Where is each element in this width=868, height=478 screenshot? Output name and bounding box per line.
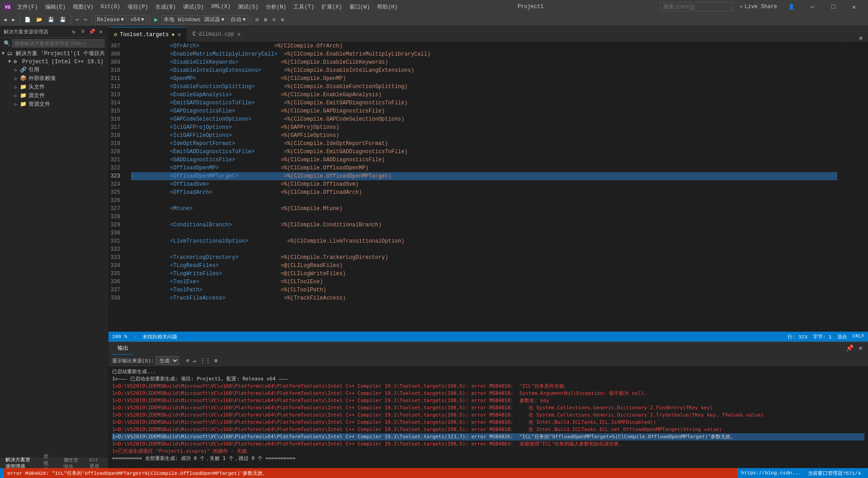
- tree-references[interactable]: ▷ 🔗 引用: [0, 66, 108, 74]
- status-link[interactable]: https://blog.csdn...: [737, 468, 804, 478]
- toolbar-misc-3[interactable]: ≡: [271, 16, 278, 23]
- sidebar-tab-classview[interactable]: 类视图: [38, 452, 58, 468]
- code-line-324: <OffloadSvm> =%(ClCompile.OffloadSvm): [131, 180, 837, 188]
- code-line-325: <OffloadArch> =%(ClCompile.OffloadArch): [131, 188, 837, 197]
- code-line-326: [131, 197, 837, 205]
- panel-close-icon[interactable]: ✕: [857, 343, 864, 353]
- save-button[interactable]: 💾: [46, 16, 56, 23]
- code-text-308: <EnableMatrixMultiplyLibraryCall> =%(ClC…: [137, 50, 430, 58]
- output-clear-icon[interactable]: ⊘: [184, 356, 190, 365]
- tree-project[interactable]: ▼ ⚙ Project1 (Intel C++ 19.1): [0, 58, 108, 66]
- toolbar-misc-4[interactable]: ⚙: [279, 16, 286, 23]
- tab-dllmain-close[interactable]: ✕: [237, 31, 241, 37]
- code-line-307: <OfrArch> =%(ClCompile.OfrArch): [131, 42, 837, 50]
- minimize-button[interactable]: —: [802, 0, 823, 14]
- code-content[interactable]: <OfrArch> =%(ClCompile.OfrArch) <EnableM…: [127, 42, 841, 332]
- run-mode-dropdown[interactable]: 自动 ▼: [228, 15, 248, 24]
- redo-button[interactable]: ↪: [82, 16, 89, 23]
- output-source-select[interactable]: 生成: [156, 356, 179, 365]
- close-button[interactable]: ✕: [844, 0, 864, 14]
- tree-resources[interactable]: ▷ 📁 资源文件: [0, 100, 108, 108]
- output-settings-icon[interactable]: ⚙: [213, 356, 219, 365]
- code-line-338: <TrackFileAccess> =%(TrackFileAccess): [131, 294, 837, 302]
- tree-external-deps[interactable]: ▷ 📦 外部依赖项: [0, 74, 108, 83]
- menu-edit[interactable]: 编辑(E): [42, 2, 70, 12]
- run-button[interactable]: ▶: [152, 15, 160, 24]
- line-number-320: 320: [108, 148, 124, 156]
- live-share-button[interactable]: ⚡ Live Share: [736, 3, 781, 11]
- menu-file[interactable]: 文件(F): [14, 2, 42, 12]
- global-search-input[interactable]: [660, 2, 732, 11]
- fold-icon-338: [131, 294, 137, 302]
- menu-test[interactable]: 测试(S): [234, 2, 262, 12]
- menu-view[interactable]: 视图(V): [69, 2, 97, 12]
- menu-window[interactable]: 窗口(W): [346, 2, 374, 12]
- platform-dropdown[interactable]: x64 ▼: [128, 15, 146, 24]
- tab-dllmain[interactable]: C dllmain.cpp ✕: [187, 27, 247, 42]
- panel-tab-output[interactable]: 输出: [112, 342, 134, 355]
- sidebar-close-icon[interactable]: ✕: [97, 28, 104, 35]
- code-text-333: <TrackerLogDirectory> =%(ClCompile.Track…: [137, 253, 388, 262]
- sidebar-title-icons: ↻ ≡ 📌 ✕: [70, 28, 104, 35]
- filter-icon[interactable]: ≡: [79, 28, 86, 35]
- sync-icon[interactable]: ↻: [70, 28, 77, 35]
- code-line-329: <ConditionalBranch> =%(ClCompile.Conditi…: [131, 221, 837, 229]
- undo-button[interactable]: ↩: [74, 16, 80, 23]
- line-number-319: 319: [108, 140, 124, 148]
- menu-help[interactable]: 帮助(H): [373, 2, 401, 12]
- tab-toolset-close[interactable]: ✕: [177, 32, 181, 38]
- editor-settings-icon[interactable]: ⚙: [857, 34, 864, 42]
- solution-tree: ▼ 🗂 解决方案 'Project1'(1 个项目共 1 个) ▼ ⚙ Proj…: [0, 49, 108, 458]
- toolbar-sep-2: [71, 16, 71, 24]
- sidebar-tab-solution[interactable]: 解决方案资源管理器: [0, 455, 38, 468]
- menu-git[interactable]: Git(G): [97, 3, 124, 11]
- code-text-334: <TLogReadFiles> =@(CLILogReadFiles): [137, 262, 343, 270]
- fold-icon-323[interactable]: -: [131, 172, 137, 180]
- status-window-manager[interactable]: 当前窗口管理器?571/4: [804, 468, 864, 478]
- tree-headers[interactable]: ▷ 📁 头文件: [0, 83, 108, 91]
- tree-solution[interactable]: ▼ 🗂 解决方案 'Project1'(1 个项目共 1 个): [0, 49, 108, 58]
- menu-tools[interactable]: 工具(T): [290, 2, 318, 12]
- platform-value: x64: [130, 17, 140, 23]
- debug-target-dropdown[interactable]: 本地 Windows 调试器 ▼: [161, 15, 226, 24]
- save-all-button[interactable]: 💾: [58, 16, 68, 23]
- menu-debug[interactable]: 调试(D): [179, 2, 208, 12]
- code-line-336: <ToolExe> =%(CLToolExe): [131, 278, 837, 286]
- fold-icon-315: [131, 107, 137, 115]
- open-button[interactable]: 📂: [34, 16, 44, 23]
- fold-icon-322: [131, 164, 137, 172]
- output-find-icon[interactable]: ⋮⋮: [198, 356, 212, 365]
- tab-toolset[interactable]: ⚙ Toolset.targets ● ✕: [108, 27, 187, 42]
- config-dropdown[interactable]: Release ▼: [95, 15, 127, 24]
- sidebar-search-input[interactable]: [12, 39, 104, 47]
- line-number-316: 316: [108, 115, 124, 123]
- menu-build[interactable]: 生成(B): [152, 2, 180, 12]
- sidebar-tab-git[interactable]: Git 更改: [84, 456, 108, 468]
- external-deps-icon: 📦: [20, 75, 27, 82]
- sidebar-tab-properties[interactable]: 属性管理器: [58, 456, 84, 469]
- menu-analyze[interactable]: 分析(N): [262, 2, 290, 12]
- account-button[interactable]: 👤: [784, 3, 798, 11]
- code-line-311: <OpenMP> =%(ClCompile.OpenMP): [131, 75, 837, 83]
- panel-pin-icon[interactable]: 📌: [844, 343, 855, 353]
- output-wrap-icon[interactable]: ↵: [192, 356, 198, 365]
- back-button[interactable]: ◀: [2, 16, 9, 23]
- new-project-button[interactable]: 📄: [23, 16, 33, 23]
- menu-xml[interactable]: XML(X): [208, 3, 234, 11]
- line-numbers-gutter: 3073083093103113123133143153163173183193…: [108, 42, 127, 332]
- code-text-312: <DisableFunctionSplitting> =%(ClCompile.…: [137, 83, 408, 91]
- toolbar-misc-1[interactable]: ⊡: [254, 16, 261, 23]
- pin-icon[interactable]: 📌: [88, 28, 95, 35]
- forward-button[interactable]: ▶: [10, 16, 17, 23]
- line-number-317: 317: [108, 123, 124, 131]
- code-text-325: <OffloadArch> =%(ClCompile.OffloadArch): [137, 188, 362, 197]
- fold-icon-309: [131, 58, 137, 66]
- solution-label: 解决方案 'Project1'(1 个项目共 1 个): [16, 50, 108, 57]
- line-number-332: 332: [108, 245, 124, 253]
- tree-sources[interactable]: ▷ 📁 源文件: [0, 91, 108, 100]
- output-line-9: 1>D:\VS2019\IDEMSBuild\Microsoft\VC\v160…: [112, 433, 864, 441]
- toolbar-misc-2[interactable]: ⊞: [262, 16, 269, 23]
- maximize-button[interactable]: □: [823, 0, 844, 14]
- menu-extensions[interactable]: 扩展(X): [318, 2, 346, 12]
- menu-project[interactable]: 项目(P): [124, 2, 152, 12]
